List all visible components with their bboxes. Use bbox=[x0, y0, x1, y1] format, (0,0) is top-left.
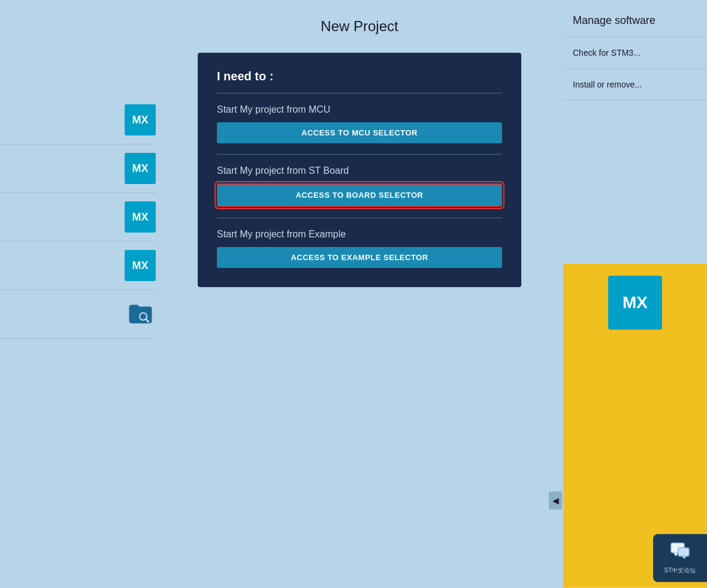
mx-icon-1: MX bbox=[125, 104, 156, 135]
install-remove-item[interactable]: Install or remove... bbox=[563, 69, 707, 101]
mx-banner-icon: MX bbox=[608, 276, 662, 330]
divider-3 bbox=[217, 218, 502, 218]
chat-label: ST中文论坛 bbox=[664, 566, 696, 575]
folder-search-icon bbox=[125, 298, 156, 330]
card-title: I need to : bbox=[217, 70, 502, 83]
sidebar-item-mx3[interactable]: MX bbox=[0, 193, 156, 242]
chevron-left-icon: ◀ bbox=[552, 496, 559, 505]
main-content: New Project I need to : Start My project… bbox=[156, 0, 563, 588]
project-card: I need to : Start My project from MCU AC… bbox=[198, 53, 521, 287]
sidebar-item-folder[interactable] bbox=[0, 290, 156, 339]
sidebar-item-mx2[interactable]: MX bbox=[0, 144, 156, 193]
divider-1 bbox=[217, 93, 502, 94]
mx-icon-4: MX bbox=[125, 250, 156, 281]
sidebar: MX MX MX MX bbox=[0, 0, 156, 588]
chat-widget[interactable]: ST中文论坛 bbox=[653, 534, 707, 582]
board-section-label: Start My project from ST Board bbox=[217, 165, 502, 176]
mcu-section-label: Start My project from MCU bbox=[217, 104, 502, 115]
sidebar-item-mx4[interactable]: MX bbox=[0, 242, 156, 290]
divider-2 bbox=[217, 154, 502, 155]
mx-icon-3: MX bbox=[125, 201, 156, 233]
svg-marker-3 bbox=[673, 553, 678, 556]
collapse-arrow-button[interactable]: ◀ bbox=[549, 491, 562, 509]
mcu-selector-button[interactable]: ACCESS TO MCU SELECTOR bbox=[217, 122, 502, 143]
board-selector-button[interactable]: ACCESS TO BOARD SELECTOR bbox=[217, 183, 502, 207]
right-panel: Manage software Check for STM3... Instal… bbox=[563, 0, 707, 588]
example-selector-button[interactable]: ACCESS TO EXAMPLE SELECTOR bbox=[217, 247, 502, 268]
svg-marker-5 bbox=[682, 556, 687, 559]
svg-rect-4 bbox=[678, 548, 689, 556]
chat-icon bbox=[670, 542, 690, 564]
sidebar-item-mx1[interactable]: MX bbox=[0, 96, 156, 144]
page-title: New Project bbox=[321, 18, 398, 35]
right-panel-title: Manage software bbox=[563, 0, 707, 37]
check-update-item[interactable]: Check for STM3... bbox=[563, 37, 707, 69]
mx-icon-2: MX bbox=[125, 153, 156, 184]
example-section-label: Start My project from Example bbox=[217, 229, 502, 240]
